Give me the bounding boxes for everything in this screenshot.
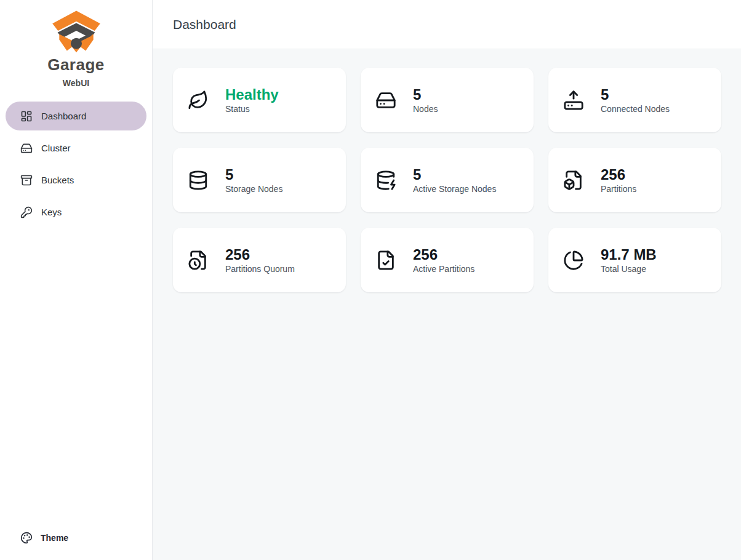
hard-drive-upload-icon <box>563 90 584 111</box>
garage-logo-icon <box>50 10 102 54</box>
file-clock-icon <box>188 250 209 271</box>
stat-card-value: 5 <box>601 86 670 103</box>
stat-card-label: Connected Nodes <box>601 104 670 114</box>
sidebar-item-label: Cluster <box>41 143 71 153</box>
file-clock-icon <box>188 250 209 271</box>
app-subtitle: WebUI <box>0 78 152 88</box>
database-icon <box>188 170 209 191</box>
content: Healthy Status 5 Nodes 5 Connected Nodes… <box>153 49 741 560</box>
brand: Garage WebUI <box>0 0 152 88</box>
stat-card-total-usage: 91.7 MB Total Usage <box>548 228 721 292</box>
sidebar: Garage WebUI Dashboard Cluster Buckets K… <box>0 0 153 560</box>
stat-card-value: 256 <box>225 246 295 263</box>
pie-chart-icon <box>563 250 584 271</box>
file-box-icon <box>563 170 584 191</box>
leaf-icon <box>188 90 209 111</box>
sidebar-item-keys[interactable]: Keys <box>6 198 146 226</box>
database-icon <box>188 170 209 191</box>
pie-chart-icon <box>563 250 584 271</box>
stat-card-value: 91.7 MB <box>601 246 657 263</box>
sidebar-nav: Dashboard Cluster Buckets Keys <box>0 102 152 226</box>
stat-card-label: Active Storage Nodes <box>413 184 496 194</box>
sidebar-footer: Theme <box>0 524 152 560</box>
hard-drive-icon <box>375 90 396 111</box>
layout-dashboard-icon <box>20 110 33 122</box>
stat-card-value: 5 <box>413 166 496 183</box>
stat-card-connected-nodes: 5 Connected Nodes <box>548 68 721 132</box>
hard-drive-icon <box>20 142 33 154</box>
theme-toggle-button[interactable]: Theme <box>6 524 146 551</box>
sidebar-item-label: Keys <box>41 207 62 217</box>
stat-card-active-storage-nodes: 5 Active Storage Nodes <box>361 148 534 212</box>
key-icon <box>20 206 33 218</box>
database-zap-icon <box>375 170 396 191</box>
stat-card-label: Partitions Quorum <box>225 264 295 274</box>
stat-card-value: 256 <box>413 246 475 263</box>
layout-dashboard-icon <box>20 110 33 122</box>
stat-cards-grid: Healthy Status 5 Nodes 5 Connected Nodes… <box>173 68 721 292</box>
stat-card-active-partitions: 256 Active Partitions <box>361 228 534 292</box>
file-check-icon <box>375 250 396 271</box>
palette-icon <box>20 532 33 544</box>
stat-card-partitions: 256 Partitions <box>548 148 721 212</box>
archive-icon <box>20 174 33 186</box>
stat-card-value: 256 <box>601 166 636 183</box>
stat-card-value: Healthy <box>225 86 279 103</box>
stat-card-label: Status <box>225 104 279 114</box>
stat-card-partitions-quorum: 256 Partitions Quorum <box>173 228 346 292</box>
archive-icon <box>20 174 33 186</box>
sidebar-item-label: Dashboard <box>41 111 86 121</box>
stat-card-status: Healthy Status <box>173 68 346 132</box>
topbar: Dashboard <box>153 0 741 49</box>
sidebar-item-buckets[interactable]: Buckets <box>6 166 146 194</box>
stat-card-label: Total Usage <box>601 264 657 274</box>
stat-card-label: Storage Nodes <box>225 184 282 194</box>
sidebar-item-label: Buckets <box>41 175 74 185</box>
stat-card-label: Partitions <box>601 184 636 194</box>
app-name: Garage <box>0 55 152 74</box>
hard-drive-icon <box>375 90 396 111</box>
page-title: Dashboard <box>173 17 236 32</box>
hard-drive-icon <box>20 142 33 154</box>
database-zap-icon <box>375 170 396 191</box>
stat-card-value: 5 <box>413 86 438 103</box>
stat-card-label: Active Partitions <box>413 264 475 274</box>
file-check-icon <box>375 250 396 271</box>
leaf-icon <box>188 90 209 111</box>
key-icon <box>20 206 33 218</box>
main-area: Dashboard Healthy Status 5 Nodes 5 Conne… <box>153 0 741 560</box>
sidebar-item-cluster[interactable]: Cluster <box>6 134 146 162</box>
theme-label: Theme <box>41 533 68 543</box>
hard-drive-upload-icon <box>563 90 584 111</box>
stat-card-label: Nodes <box>413 104 438 114</box>
sidebar-item-dashboard[interactable]: Dashboard <box>6 102 146 130</box>
file-box-icon <box>563 170 584 191</box>
stat-card-nodes: 5 Nodes <box>361 68 534 132</box>
stat-card-value: 5 <box>225 166 282 183</box>
stat-card-storage-nodes: 5 Storage Nodes <box>173 148 346 212</box>
palette-icon <box>20 532 33 544</box>
